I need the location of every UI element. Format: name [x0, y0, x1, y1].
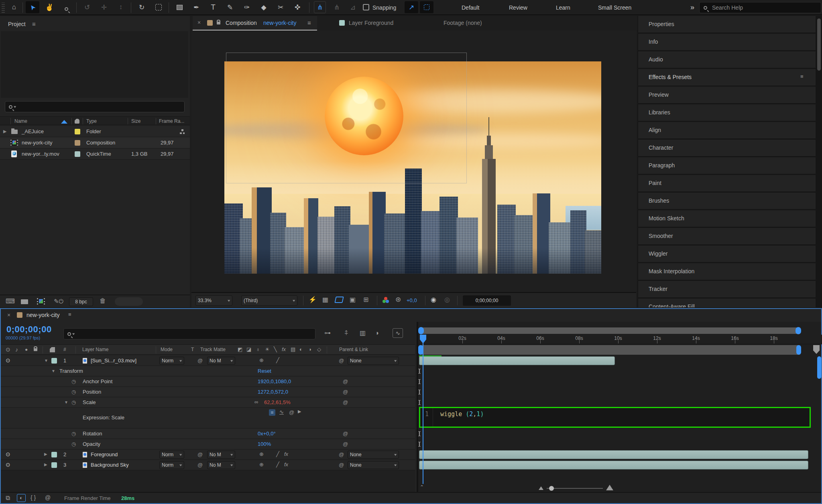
- timeline-navigator-bar[interactable]: [419, 327, 800, 334]
- render-speed-snail-icon[interactable]: @: [45, 495, 51, 500]
- viewer-tab-menu-icon[interactable]: ≡: [307, 20, 311, 26]
- workspace-tab-review[interactable]: Review: [509, 4, 527, 11]
- layer-visibility-eye-icon[interactable]: ⊙: [6, 358, 10, 363]
- stopwatch-icon[interactable]: ◷: [71, 389, 76, 395]
- layer-expand-chevron-icon[interactable]: ▶: [44, 462, 47, 467]
- layer-row-1[interactable]: ⊙ ▼ 1 [Sun_Si...r_03.mov] Norm▾ @ No M▾ …: [1, 356, 415, 366]
- sidebar-panel-properties[interactable]: Properties: [638, 16, 816, 33]
- t-column-header[interactable]: T: [191, 347, 194, 352]
- sidebar-panel-audio[interactable]: Audio: [638, 51, 816, 68]
- sidebar-panel-motion-sketch[interactable]: Motion Sketch: [638, 210, 816, 227]
- layer-fx-switch-icon[interactable]: fx: [284, 451, 288, 457]
- index-column-header[interactable]: #: [63, 347, 66, 352]
- workspace-tab-small-screen[interactable]: Small Screen: [598, 4, 631, 11]
- mask-visibility-icon[interactable]: [334, 297, 344, 303]
- new-folder-icon[interactable]: [21, 299, 28, 304]
- scale-row[interactable]: ▼ ◷ Scale ∞ 62,2,61,5% @: [1, 397, 415, 408]
- stopwatch-icon[interactable]: ◷: [71, 431, 76, 437]
- viewer-timecode-box[interactable]: 0;00;00;00: [463, 295, 511, 306]
- layer-collapse-switch-icon[interactable]: ⊕: [259, 462, 264, 467]
- search-help-box[interactable]: Search Help: [699, 2, 821, 13]
- viewer-tab-comp-name[interactable]: new-york-city: [263, 20, 296, 26]
- parent-pick-whip-icon[interactable]: @: [339, 358, 344, 364]
- navigator-right-handle[interactable]: [796, 327, 801, 334]
- layer-row-2[interactable]: ⊙ ▶ 2 Foreground Norm▾ @ No M▾ ⊕ ╱ fx @ …: [1, 449, 415, 460]
- layer-blend-mode-dropdown[interactable]: Norm▾: [159, 357, 184, 365]
- switch-shy-icon[interactable]: ◩: [238, 347, 242, 352]
- project-col-size[interactable]: Size: [131, 118, 140, 124]
- project-settings-icon[interactable]: ✎⏻: [54, 298, 63, 304]
- home-tool-icon[interactable]: ⌂: [7, 1, 21, 13]
- transparency-grid-icon[interactable]: ▦: [322, 297, 328, 303]
- sidebar-panel-brushes[interactable]: Brushes: [638, 193, 816, 209]
- sidebar-scrollbar-thumb[interactable]: [817, 18, 821, 71]
- project-search-box[interactable]: ▾: [5, 101, 185, 112]
- timeline-tab-menu-icon[interactable]: ≡: [68, 312, 71, 317]
- sidebar-panel-tracker[interactable]: Tracker: [638, 281, 816, 297]
- project-panel-menu-icon[interactable]: ≡: [32, 21, 36, 27]
- composition-viewer-tab[interactable]: × Composition new-york-city ≡: [193, 16, 317, 30]
- panel-menu-icon[interactable]: ≡: [800, 74, 804, 79]
- roto-brush-tool-icon[interactable]: ✂: [274, 1, 287, 13]
- timeline-tab[interactable]: × new-york-city ≡: [1, 309, 821, 322]
- hand-tool-icon[interactable]: ✌: [43, 1, 56, 13]
- project-panel-title[interactable]: Project: [8, 21, 26, 27]
- layer-viewer-tab[interactable]: Layer Foreground: [336, 16, 424, 30]
- expression-code[interactable]: wiggle (2,1): [433, 408, 484, 427]
- property-pick-whip-icon[interactable]: @: [343, 431, 348, 437]
- footage-viewer-tab[interactable]: Footage (none): [440, 16, 521, 30]
- tab-close-icon[interactable]: ×: [197, 19, 201, 26]
- workspace-tab-learn[interactable]: Learn: [556, 4, 570, 11]
- timeline-timecode[interactable]: 0;00;00;00: [6, 324, 52, 335]
- workspace-overflow-chevron[interactable]: »: [690, 3, 694, 12]
- sidebar-panel-mask-interpolation[interactable]: Mask Interpolation: [638, 263, 816, 280]
- project-col-frame-rate[interactable]: Frame Ra...: [159, 118, 189, 124]
- switch-fx-icon[interactable]: fx: [282, 347, 286, 352]
- mode-column-header[interactable]: Mode: [161, 347, 173, 352]
- parent-dropdown[interactable]: None▾: [348, 461, 399, 469]
- layer-blend-mode-dropdown[interactable]: Norm▾: [159, 461, 184, 469]
- opacity-row[interactable]: ◷ Opacity 100% @: [1, 439, 415, 449]
- selection-tool-icon[interactable]: ➤: [26, 1, 39, 13]
- sidebar-panel-wiggler[interactable]: Wiggler: [638, 246, 816, 262]
- opacity-label[interactable]: Opacity: [83, 441, 100, 447]
- camera-tool-icon[interactable]: [152, 1, 165, 13]
- layer-expand-chevron-icon[interactable]: ▶: [44, 452, 47, 456]
- layer-bounds-outline[interactable]: [226, 53, 467, 183]
- project-col-type[interactable]: Type: [86, 118, 97, 124]
- sidebar-panel-paragraph[interactable]: Paragraph: [638, 157, 816, 174]
- work-area-end-handle[interactable]: [796, 345, 801, 355]
- layer-quality-switch-icon[interactable]: ╱: [276, 451, 279, 457]
- local-axis-mode-icon[interactable]: ⋔: [314, 1, 326, 13]
- exposure-icon[interactable]: ⊛: [395, 296, 401, 303]
- expression-editor-box[interactable]: 1 wiggle (2,1): [419, 407, 811, 428]
- rotation-label[interactable]: Rotation: [83, 431, 102, 437]
- rotation-row[interactable]: ◷ Rotation 0x+0,0° @: [1, 429, 415, 439]
- workspace-tab-default[interactable]: Default: [462, 4, 479, 11]
- snapshot-camera-icon[interactable]: ◉: [431, 297, 436, 303]
- track-matte-pick-whip-icon[interactable]: @: [197, 451, 203, 457]
- switch-frame-blend-icon[interactable]: ▤: [291, 347, 295, 352]
- parent-dropdown[interactable]: None▾: [348, 357, 399, 365]
- sort-ascending-icon[interactable]: [61, 120, 67, 124]
- eraser-tool-icon[interactable]: ◆: [257, 1, 271, 13]
- audio-column-icon[interactable]: ♪: [15, 347, 18, 352]
- project-row-footage[interactable]: new-yor...ty.mov QuickTime 1,3 GB 29,97: [0, 148, 190, 160]
- timeline-tab-label[interactable]: new-york-city: [26, 312, 59, 318]
- layer3-duration-bar[interactable]: [419, 461, 808, 469]
- sidebar-panel-effects-presets[interactable]: Effects & Presets≡: [638, 69, 816, 85]
- layer-name[interactable]: Background Sky: [91, 462, 129, 468]
- project-col-name[interactable]: Name: [14, 118, 27, 124]
- property-pick-whip-icon[interactable]: @: [343, 378, 348, 384]
- label-color-swatch[interactable]: [75, 129, 80, 134]
- track-matte-pick-whip-icon[interactable]: @: [197, 358, 203, 364]
- project-row-folder[interactable]: ▶ _AEJuice Folder: [0, 126, 190, 137]
- layer-collapse-switch-icon[interactable]: ⊕: [259, 358, 264, 363]
- snap-to-edges-icon[interactable]: ↗: [405, 1, 418, 13]
- viewer-area[interactable]: [191, 30, 636, 292]
- brush-tool-icon[interactable]: ✎: [223, 1, 237, 13]
- project-item-name[interactable]: new-yor...ty.mov: [22, 151, 59, 157]
- layer-row-3[interactable]: ⊙ ▶ 3 Background Sky Norm▾ @ No M▾ ⊕ ╱ f…: [1, 460, 415, 470]
- view-axis-mode-icon[interactable]: ⊿: [346, 1, 360, 13]
- label-color-swatch[interactable]: [75, 140, 80, 146]
